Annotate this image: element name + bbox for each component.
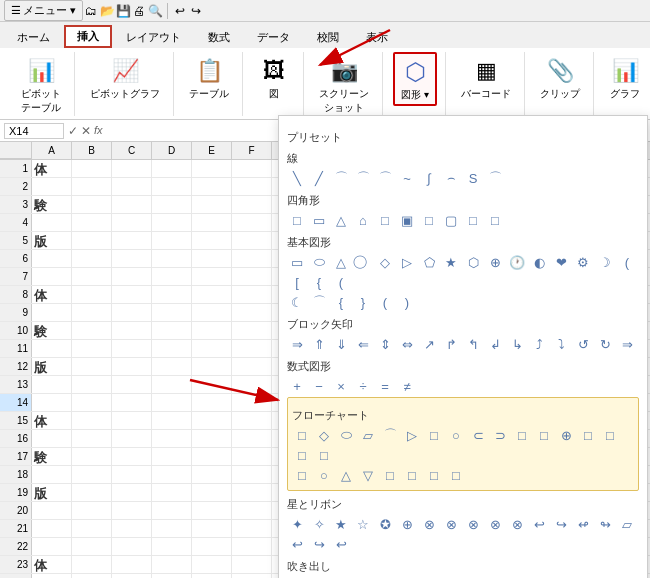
shape-basic25[interactable]: ) bbox=[397, 293, 417, 311]
row-header-14[interactable]: 14 bbox=[0, 394, 32, 411]
shape-basic5[interactable]: ◇ bbox=[375, 253, 395, 271]
shape-line1[interactable]: ╲ bbox=[287, 169, 307, 187]
cell-22-C[interactable] bbox=[112, 538, 152, 555]
shape-basic18[interactable]: { bbox=[309, 273, 329, 291]
cell-10-D[interactable] bbox=[152, 322, 192, 339]
cell-1-B[interactable] bbox=[72, 160, 112, 177]
cell-9-B[interactable] bbox=[72, 304, 112, 321]
cell-13-D[interactable] bbox=[152, 376, 192, 393]
print-icon[interactable]: 🖨 bbox=[131, 3, 147, 19]
row-header-23[interactable]: 23 bbox=[0, 556, 32, 573]
shapes-dropdown[interactable]: プリセット 線 ╲ ╱ ⌒ ⌒ ⌒ ~ ∫ ⌢ S ⌒ 四角形 □ ▭ △ bbox=[278, 115, 648, 578]
cell-21-D[interactable] bbox=[152, 520, 192, 537]
shape-basic8[interactable]: ★ bbox=[441, 253, 461, 271]
cell-7-B[interactable] bbox=[72, 268, 112, 285]
row-header-11[interactable]: 11 bbox=[0, 340, 32, 357]
cell-24-C[interactable] bbox=[112, 574, 152, 578]
shape-basic3[interactable]: △ bbox=[331, 253, 351, 271]
shape-arrow10[interactable]: ↲ bbox=[485, 335, 505, 353]
shape-basic10[interactable]: ⊕ bbox=[485, 253, 505, 271]
cell-12-A[interactable]: 版 bbox=[32, 358, 72, 375]
cell-8-C[interactable] bbox=[112, 286, 152, 303]
cell-11-A[interactable] bbox=[32, 340, 72, 357]
cell-10-B[interactable] bbox=[72, 322, 112, 339]
pivot-table-button[interactable]: 📊 ピボットテーブル bbox=[16, 52, 66, 118]
cell-13-A[interactable] bbox=[32, 376, 72, 393]
cell-7-D[interactable] bbox=[152, 268, 192, 285]
shape-arrow15[interactable]: ↻ bbox=[595, 335, 615, 353]
shape-formula4[interactable]: ÷ bbox=[353, 377, 373, 395]
shape-basic21[interactable]: ⌒ bbox=[309, 293, 329, 311]
cell-16-D[interactable] bbox=[152, 430, 192, 447]
cell-11-C[interactable] bbox=[112, 340, 152, 357]
cell-7-C[interactable] bbox=[112, 268, 152, 285]
shape-formula2[interactable]: − bbox=[309, 377, 329, 395]
shape-flow3[interactable]: ⬭ bbox=[336, 426, 356, 444]
cell-19-E[interactable] bbox=[192, 484, 232, 501]
shape-star15[interactable]: ↬ bbox=[595, 515, 615, 533]
row-header-1[interactable]: 1 bbox=[0, 160, 32, 177]
shape-basic16[interactable]: ( bbox=[617, 253, 637, 271]
cell-17-E[interactable] bbox=[192, 448, 232, 465]
preview-icon[interactable]: 🔍 bbox=[147, 3, 163, 19]
row-header-6[interactable]: 6 bbox=[0, 250, 32, 267]
shape-flow23[interactable]: □ bbox=[402, 466, 422, 484]
clip-button[interactable]: 📎 クリップ bbox=[535, 52, 585, 104]
cell-14-B[interactable] bbox=[72, 394, 112, 411]
shape-arrow16[interactable]: ⇒ bbox=[617, 335, 637, 353]
row-header-15[interactable]: 15 bbox=[0, 412, 32, 429]
cell-20-A[interactable] bbox=[32, 502, 72, 519]
shape-arrow3[interactable]: ⇓ bbox=[331, 335, 351, 353]
cell-13-C[interactable] bbox=[112, 376, 152, 393]
cell-17-F[interactable] bbox=[232, 448, 272, 465]
col-header-B[interactable]: B bbox=[72, 142, 112, 159]
shape-flow11[interactable]: □ bbox=[512, 426, 532, 444]
shape-star4[interactable]: ☆ bbox=[353, 515, 373, 533]
cell-6-F[interactable] bbox=[232, 250, 272, 267]
shape-basic23[interactable]: } bbox=[353, 293, 373, 311]
cell-16-E[interactable] bbox=[192, 430, 232, 447]
shape-formula3[interactable]: × bbox=[331, 377, 351, 395]
cell-1-D[interactable] bbox=[152, 160, 192, 177]
shape-line7[interactable]: ∫ bbox=[419, 169, 439, 187]
cell-5-D[interactable] bbox=[152, 232, 192, 249]
cell-22-B[interactable] bbox=[72, 538, 112, 555]
cell-7-F[interactable] bbox=[232, 268, 272, 285]
cell-2-C[interactable] bbox=[112, 178, 152, 195]
col-header-E[interactable]: E bbox=[192, 142, 232, 159]
cell-22-E[interactable] bbox=[192, 538, 232, 555]
shape-star1[interactable]: ✦ bbox=[287, 515, 307, 533]
cell-24-A[interactable] bbox=[32, 574, 72, 578]
cell-11-D[interactable] bbox=[152, 340, 192, 357]
cell-19-A[interactable]: 版 bbox=[32, 484, 72, 501]
cell-15-D[interactable] bbox=[152, 412, 192, 429]
shape-rect4[interactable]: ⌂ bbox=[353, 211, 373, 229]
shape-line4[interactable]: ⌒ bbox=[353, 169, 373, 187]
cell-23-D[interactable] bbox=[152, 556, 192, 573]
row-header-7[interactable]: 7 bbox=[0, 268, 32, 285]
shape-formula6[interactable]: ≠ bbox=[397, 377, 417, 395]
cell-3-E[interactable] bbox=[192, 196, 232, 213]
cell-15-F[interactable] bbox=[232, 412, 272, 429]
shape-arrow9[interactable]: ↰ bbox=[463, 335, 483, 353]
shape-flow20[interactable]: △ bbox=[336, 466, 356, 484]
cell-7-A[interactable] bbox=[32, 268, 72, 285]
cell-16-B[interactable] bbox=[72, 430, 112, 447]
shape-basic20[interactable]: ☾ bbox=[287, 293, 307, 311]
shape-flow8[interactable]: ○ bbox=[446, 426, 466, 444]
cell-2-D[interactable] bbox=[152, 178, 192, 195]
cell-18-B[interactable] bbox=[72, 466, 112, 483]
shape-star2[interactable]: ✧ bbox=[309, 515, 329, 533]
row-header-2[interactable]: 2 bbox=[0, 178, 32, 195]
cell-6-E[interactable] bbox=[192, 250, 232, 267]
shape-star3[interactable]: ★ bbox=[331, 515, 351, 533]
cell-5-E[interactable] bbox=[192, 232, 232, 249]
cell-16-C[interactable] bbox=[112, 430, 152, 447]
cell-1-F[interactable] bbox=[232, 160, 272, 177]
cell-8-A[interactable]: 体 bbox=[32, 286, 72, 303]
cell-1-E[interactable] bbox=[192, 160, 232, 177]
cell-3-B[interactable] bbox=[72, 196, 112, 213]
shape-flow19[interactable]: ○ bbox=[314, 466, 334, 484]
cell-5-F[interactable] bbox=[232, 232, 272, 249]
col-header-D[interactable]: D bbox=[152, 142, 192, 159]
